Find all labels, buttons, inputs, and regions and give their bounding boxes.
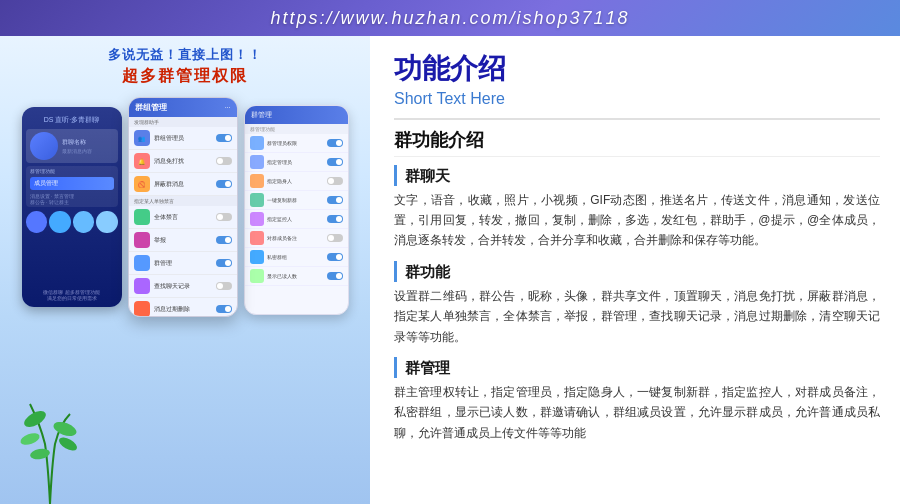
toggle-off[interactable]: [216, 213, 232, 221]
promo-line2: 超多群管理权限: [108, 66, 262, 87]
page-subtitle: Short Text Here: [394, 90, 880, 108]
phone-right: 群管理 群管理功能 群管理员权限 指定管理员 指定隐身人: [244, 105, 349, 315]
list-item: 群管理: [129, 252, 237, 275]
feature-desc-manage: 群主管理权转让，指定管理员，指定隐身人，一键复制新群，指定监控人，对群成员备注，…: [394, 382, 880, 443]
toggle-on[interactable]: [327, 272, 343, 280]
feature-block-manage: 群管理 群主管理权转让，指定管理员，指定隐身人，一键复制新群，指定监控人，对群成…: [394, 357, 880, 443]
main-area: 多说无益！直接上图！！ 超多群管理权限 DS 直听·多青群聊 群聊名称 最新消息…: [0, 36, 900, 504]
list-item: 举报: [129, 229, 237, 252]
list-item: 对群成员备注: [245, 229, 348, 248]
toggle-on[interactable]: [327, 139, 343, 147]
list-item: 显示已读人数: [245, 267, 348, 286]
list-item: 🚫 屏蔽群消息: [129, 173, 237, 196]
toggle-off[interactable]: [327, 177, 343, 185]
plant-decoration: [10, 384, 90, 504]
list-item: 查找聊天记录: [129, 275, 237, 298]
toggle-on[interactable]: [216, 236, 232, 244]
banner-url[interactable]: https://www.huzhan.com/ishop37118: [270, 8, 629, 29]
phones-container: DS 直听·多青群聊 群聊名称 最新消息内容 群管理功能 成员管理 消息: [22, 97, 349, 317]
toggle-off[interactable]: [216, 282, 232, 290]
toggle-on[interactable]: [327, 215, 343, 223]
list-item: 私密群组: [245, 248, 348, 267]
list-item: 指定隐身人: [245, 172, 348, 191]
phone-right-header: 群管理: [245, 106, 348, 124]
feature-title-chat: 群聊天: [394, 165, 880, 186]
section-main-title: 群功能介绍: [394, 128, 880, 157]
section-divider: [394, 118, 880, 120]
toggle-on[interactable]: [327, 196, 343, 204]
svg-point-0: [22, 408, 49, 430]
toggle-off[interactable]: [327, 234, 343, 242]
list-item: 全体禁言: [129, 206, 237, 229]
feature-desc-chat: 文字，语音，收藏，照片，小视频，GIF动态图，推送名片，传送文件，消息通知，发送…: [394, 190, 880, 251]
toggle-on[interactable]: [327, 253, 343, 261]
feature-block-func: 群功能 设置群二维码，群公告，昵称，头像，群共享文件，顶置聊天，消息免打扰，屏蔽…: [394, 261, 880, 347]
feature-block-chat: 群聊天 文字，语音，收藏，照片，小视频，GIF动态图，推送名片，传送文件，消息通…: [394, 165, 880, 251]
list-item: 👥 群组管理员: [129, 127, 237, 150]
phone-mid-header-text: 群组管理: [135, 102, 167, 113]
promo-text: 多说无益！直接上图！！ 超多群管理权限: [108, 46, 262, 87]
toggle-off[interactable]: [216, 157, 232, 165]
svg-point-3: [57, 435, 79, 454]
toggle-on[interactable]: [216, 134, 232, 142]
list-item: 🔔 消息免打扰: [129, 150, 237, 173]
list-item: 指定监控人: [245, 210, 348, 229]
toggle-on[interactable]: [216, 259, 232, 267]
right-panel: 功能介绍 Short Text Here 群功能介绍 群聊天 文字，语音，收藏，…: [370, 36, 900, 504]
toggle-on[interactable]: [216, 305, 232, 313]
svg-point-2: [19, 431, 41, 447]
phone-mid-header: 群组管理 ···: [129, 98, 237, 117]
promo-line1: 多说无益！直接上图！！: [108, 46, 262, 64]
feature-title-manage: 群管理: [394, 357, 880, 378]
toggle-on[interactable]: [216, 180, 232, 188]
feature-desc-func: 设置群二维码，群公告，昵称，头像，群共享文件，顶置聊天，消息免打扰，屏蔽群消息，…: [394, 286, 880, 347]
top-banner: https://www.huzhan.com/ishop37118: [0, 0, 900, 36]
toggle-on[interactable]: [327, 158, 343, 166]
list-item: 群管理员权限: [245, 134, 348, 153]
phone-mid: 群组管理 ··· 发现群助手 👥 群组管理员 🔔 消息免打扰 🚫: [128, 97, 238, 317]
left-panel: 多说无益！直接上图！！ 超多群管理权限 DS 直听·多青群聊 群聊名称 最新消息…: [0, 36, 370, 504]
list-item: 指定管理员: [245, 153, 348, 172]
feature-title-func: 群功能: [394, 261, 880, 282]
list-item: 一键复制新群: [245, 191, 348, 210]
svg-point-1: [52, 419, 79, 438]
page-main-title: 功能介绍: [394, 52, 880, 86]
phone-left: DS 直听·多青群聊 群聊名称 最新消息内容 群管理功能 成员管理 消息: [22, 107, 122, 307]
list-item: 消息过期删除: [129, 298, 237, 317]
